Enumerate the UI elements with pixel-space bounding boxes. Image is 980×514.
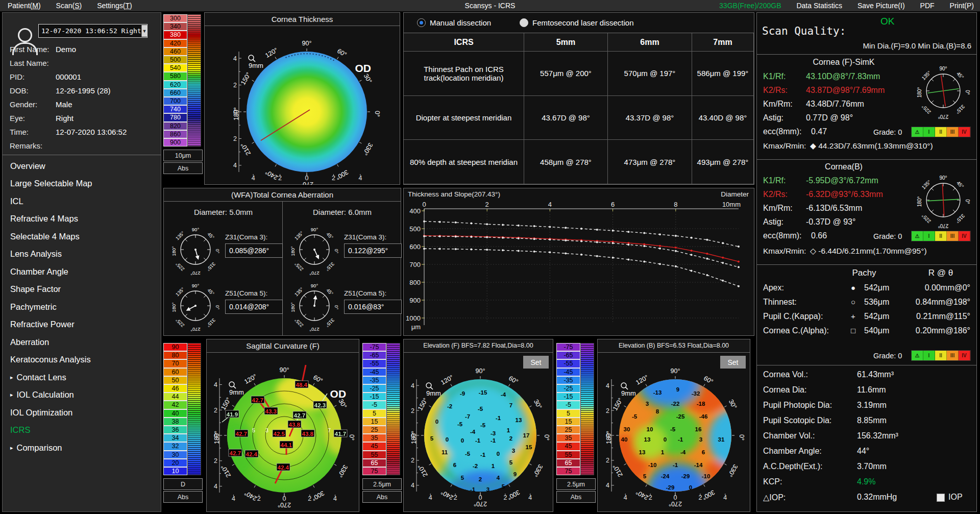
- map-angle-label: 330°: [361, 141, 374, 156]
- sidebar-item-keratoconus-analysis[interactable]: Keratoconus Analysis: [3, 351, 161, 369]
- cornea-f-k2-value: 43.87D@98°/7.69mm: [806, 86, 885, 95]
- wfa-dial-z51-5mm: 90°45°0°315°270°225°180°135°: [169, 279, 222, 334]
- sidebar-item-icl[interactable]: ICL: [3, 192, 161, 210]
- dial-angle-label: 135°: [293, 286, 305, 298]
- sidebar-item-lens-analysis[interactable]: Lens Analysis: [3, 246, 161, 263]
- sidebar-item-iol-optimization[interactable]: IOL Optimization: [3, 404, 161, 422]
- scale-unit: D: [163, 478, 203, 490]
- menu-save-picture-i-[interactable]: Save Picture(I): [857, 2, 905, 10]
- patient-field: DOB:12-26-1995 (28): [3, 84, 161, 97]
- elevation-value: 5: [509, 459, 513, 466]
- submenu-arrow-icon: ▸: [10, 391, 13, 398]
- sidebar-item-large-selectable-map[interactable]: Large Selectable Map: [3, 175, 161, 193]
- cornea-b-kmax-label: Kmax/Rmin:: [763, 247, 806, 256]
- sidebar-item-refractive-power[interactable]: Refractive Power: [3, 316, 161, 334]
- scale-value: 34: [163, 434, 187, 442]
- femtosecond-dissection-radio[interactable]: [520, 18, 528, 27]
- scale-value: 500: [163, 56, 187, 64]
- dial-angle-label: 45°: [325, 287, 334, 297]
- map-angle-label: 120°: [439, 374, 454, 386]
- scale-value: 380: [163, 31, 187, 39]
- scale-value: 45: [556, 442, 580, 450]
- dial-angle-label: 0°: [965, 199, 970, 204]
- chevron-down-icon[interactable]: ▼: [141, 25, 147, 37]
- scale-value: 38: [163, 418, 187, 426]
- svg-text:4: 4: [358, 175, 362, 182]
- sagittal-value-callout: 43.8: [288, 421, 301, 428]
- scan-select-dropdown[interactable]: 12-07-2020 13:06:52 Right ▼: [38, 24, 148, 38]
- stat-value: 8.85mm: [857, 416, 887, 425]
- scan-select-value: 12-07-2020 13:06:52 Right: [39, 27, 141, 35]
- svg-text:2: 2: [698, 494, 702, 501]
- map-angle-label: 120°: [264, 46, 279, 59]
- patient-field: Last Name:: [3, 56, 161, 70]
- elevation-value: 0: [446, 436, 449, 443]
- elevation-f-title: Elevation (F) BFS=7.82 Float,Dia=8.00: [404, 339, 553, 353]
- dial-angle-label: 225°: [293, 317, 305, 328]
- ring-diameter-label: 5: [252, 427, 255, 433]
- pachy-row-label: Apex:: [763, 283, 784, 292]
- sagittal-value-callout: 42.7: [293, 411, 306, 419]
- dial-angle-label: 90°: [311, 227, 318, 232]
- sidebar-item-chamber-angle[interactable]: Chamber Angle: [3, 263, 161, 281]
- scale-value: -15: [362, 393, 386, 401]
- menu-settings[interactable]: Settings(T): [89, 2, 139, 10]
- dial-angle-label: 135°: [921, 70, 932, 81]
- elevation-b-set-button[interactable]: Set: [720, 356, 746, 369]
- scale-mode[interactable]: Abs: [163, 491, 203, 503]
- eye-od-label: OD: [355, 62, 371, 74]
- sidebar-item-comparison[interactable]: ▸Comparison: [3, 439, 161, 457]
- z51-value-5mm[interactable]: 0.014@208°: [225, 300, 283, 314]
- map-angle-label: 270°: [669, 500, 682, 507]
- sidebar-item-pachymetric[interactable]: Pachymetric: [3, 298, 161, 316]
- sidebar-item-aberration[interactable]: Aberration: [3, 333, 161, 351]
- sidebar-item-refractive-4-maps[interactable]: Refractive 4 Maps: [3, 210, 161, 228]
- sidebar-item-overview[interactable]: Overview: [3, 157, 161, 175]
- svg-text:0: 0: [479, 494, 482, 501]
- warning-icon: ⚠: [912, 351, 923, 360]
- table-cell: 557μm @ 200°: [524, 52, 608, 96]
- elevation-value: 3: [699, 436, 702, 443]
- z31-value-6mm[interactable]: 0.122@295°: [344, 243, 402, 258]
- scale-mode[interactable]: Abs: [556, 491, 596, 503]
- dial-angle-label: 90°: [939, 175, 947, 181]
- elevation-value: -10: [648, 462, 657, 468]
- elevation-f-set-button[interactable]: Set: [523, 356, 549, 369]
- cornea-f-title: Cornea (F)-SimK: [757, 58, 930, 67]
- elevation-value: -1: [678, 436, 683, 443]
- menu-patient[interactable]: Patient(M): [0, 2, 48, 10]
- scale-gradient-strip: [187, 14, 201, 146]
- scale-value: -5: [362, 401, 386, 409]
- svg-text:2: 2: [411, 457, 414, 464]
- map-angle-label: 0°: [374, 111, 381, 117]
- scale-mode[interactable]: Abs: [163, 162, 203, 174]
- menu-pdf[interactable]: PDF: [920, 2, 935, 10]
- elevation-f-panel: Elevation (F) BFS=7.82 Float,Dia=8.00 90…: [403, 339, 553, 512]
- elevation-value: 1: [661, 449, 665, 455]
- sidebar-item-iol-calculation[interactable]: ▸IOL Calculation: [3, 386, 161, 404]
- z31-value-5mm[interactable]: 0.085@286°: [225, 243, 283, 258]
- sidebar-item-selectable-4-maps[interactable]: Selectable 4 Maps: [3, 228, 161, 246]
- cornea-b-grade-label: Grade: 0: [873, 232, 902, 240]
- sidebar-item-icrs[interactable]: ICRS: [3, 422, 161, 439]
- map-angle-label: 150°: [219, 396, 232, 411]
- iop-checkbox[interactable]: [937, 494, 945, 502]
- z51-value-6mm[interactable]: 0.016@83°: [344, 300, 402, 314]
- svg-text:8: 8: [674, 201, 677, 208]
- scale-value: -75: [556, 343, 580, 351]
- elevation-value: -1: [673, 462, 678, 468]
- icrs-table: ICRS5mm6mm7mmThinnest Pach on ICRS track…: [404, 33, 754, 184]
- menu-print-p-[interactable]: Print(P): [950, 2, 974, 10]
- dial-angle-label: 90°: [192, 227, 200, 232]
- menu-scan[interactable]: Scan(S): [48, 2, 90, 10]
- scale-value: -15: [556, 393, 580, 401]
- scale-mode[interactable]: Abs: [362, 491, 402, 503]
- sagittal-value-callout: 42.4: [277, 463, 290, 471]
- manual-dissection-radio[interactable]: [417, 18, 426, 27]
- map-angle-label: 270°: [474, 500, 487, 507]
- sagittal-color-scale: 90807060504644424038363432302010DAbs: [163, 343, 202, 506]
- menu-data-statistics[interactable]: Data Statistics: [796, 2, 842, 10]
- sidebar-item-contact-lens[interactable]: ▸Contact Lens: [3, 369, 161, 386]
- sidebar-item-shape-factor[interactable]: Shape Factor: [3, 281, 161, 299]
- pachy-column-header: Pachy: [834, 268, 895, 278]
